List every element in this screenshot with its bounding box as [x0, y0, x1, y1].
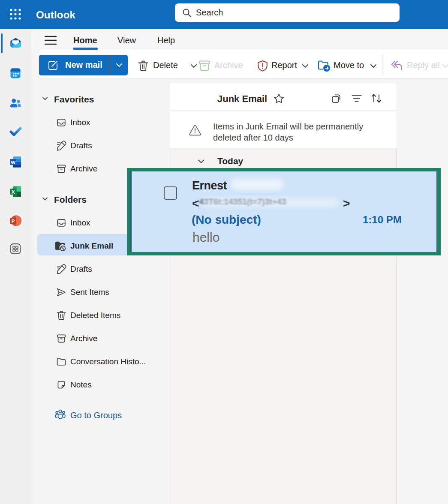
svg-text:X: X: [12, 189, 15, 195]
svg-text:W: W: [11, 160, 15, 165]
svg-text:P: P: [12, 219, 15, 224]
